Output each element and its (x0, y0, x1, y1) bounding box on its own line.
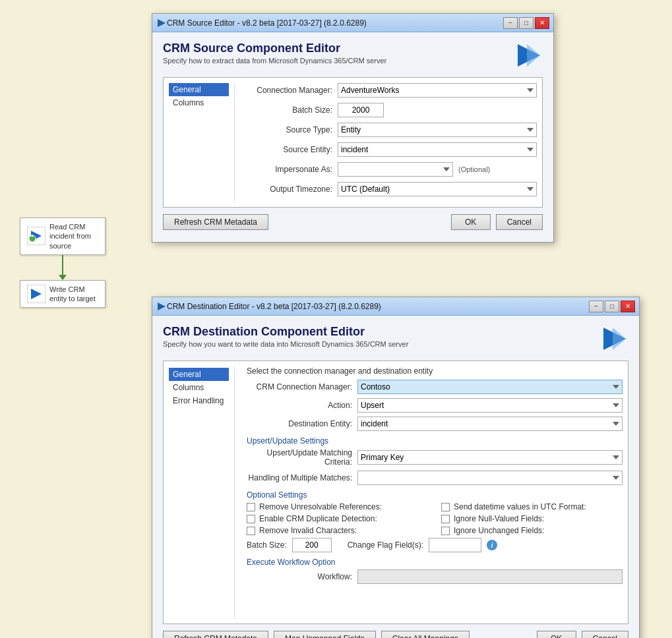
source-nav-general[interactable]: General (169, 83, 229, 96)
dest-action-select[interactable]: Upsert (357, 398, 623, 413)
dest-entity-label: Destination Entity: (247, 419, 352, 428)
dest-remove-invalid-row: Remove Invalid Characters: (247, 526, 428, 535)
dest-window-controls: − □ ✕ (589, 301, 635, 312)
source-batch-row: Batch Size: (247, 103, 537, 117)
dest-workflow-label: Workflow: (247, 572, 352, 581)
dest-conn-mgr-select[interactable]: Contoso (357, 380, 623, 394)
source-batch-label: Batch Size: (247, 105, 332, 115)
source-batch-input[interactable] (338, 103, 384, 117)
dest-remove-unresolvable-checkbox[interactable] (247, 503, 255, 511)
source-editor-title-block: CRM Source Component Editor Specify how … (163, 42, 386, 65)
dest-minimize-button[interactable]: − (589, 301, 603, 312)
dest-execute-workflow-label: Execute Workflow Option (247, 558, 623, 567)
dest-editor-subtitle: Specify how you want to write data into … (163, 340, 408, 348)
source-entity-select[interactable]: incident (338, 142, 537, 157)
flow-box-dest[interactable]: Write CRM entity to target (20, 280, 106, 308)
dest-remove-unresolvable-label: Remove Unresolvable References: (259, 502, 382, 511)
dest-editor-body: General Columns Error Handling Select th… (163, 361, 628, 624)
dest-upsert-section-label: Upsert/Update Settings (247, 436, 623, 446)
dest-conn-mgr-label: CRM Connection Manager: (247, 382, 352, 392)
dest-enable-duplicate-checkbox[interactable] (247, 515, 255, 523)
source-timezone-select[interactable]: UTC (Default) (338, 182, 537, 196)
dest-entity-select[interactable]: incident (357, 417, 623, 431)
flow-arrow-head (59, 275, 67, 280)
dest-map-unmapped-button[interactable]: Map Unmapped Fields (274, 631, 376, 638)
dest-nav-error-handling[interactable]: Error Handling (169, 394, 229, 407)
source-refresh-button[interactable]: Refresh CRM Metadata (163, 214, 268, 230)
dest-left-nav: General Columns Error Handling (169, 366, 235, 618)
source-window-controls: − □ ✕ (503, 17, 549, 29)
flow-arrow-line (62, 255, 63, 275)
dest-clear-all-button[interactable]: Clear All Mappings (381, 631, 470, 638)
dest-maximize-button[interactable]: □ (605, 301, 619, 312)
dest-multiple-matches-select[interactable] (357, 471, 623, 485)
dest-editor-title: CRM Destination Component Editor (163, 325, 408, 339)
source-editor-subtitle: Specify how to extract data from Microso… (163, 57, 386, 65)
dest-batch-row: Batch Size: Change Flag Field(s): i (247, 538, 623, 552)
dest-execute-workflow-section: Execute Workflow Option Workflow: (247, 558, 623, 584)
dest-remove-invalid-checkbox[interactable] (247, 527, 255, 535)
source-conn-mgr-select[interactable]: AdventureWorks (338, 83, 537, 98)
source-titlebar-icon (156, 18, 167, 28)
source-titlebar: CRM Source Editor - v8.2 beta [2017-03-2… (152, 14, 553, 32)
dest-ignore-null-checkbox[interactable] (441, 515, 450, 523)
dest-flag-field-input[interactable] (429, 538, 481, 552)
source-window-content: CRM Source Component Editor Specify how … (152, 32, 553, 242)
source-entity-label: Source Entity: (247, 145, 332, 154)
source-entity-row: Source Entity: incident (247, 142, 537, 157)
dest-flag-label: Change Flag Field(s): (348, 540, 423, 550)
dest-titlebar: CRM Destination Editor - v8.2 beta [2017… (152, 297, 639, 316)
source-minimize-button[interactable]: − (503, 17, 518, 29)
source-close-button[interactable]: ✕ (535, 17, 549, 29)
source-form-area: Connection Manager: AdventureWorks Batch… (241, 83, 537, 202)
dest-cancel-button[interactable]: Cancel (582, 631, 628, 638)
dest-matching-criteria-label: Upsert/Update Matching Criteria: (247, 448, 352, 467)
dest-send-datetime-checkbox[interactable] (441, 503, 450, 511)
source-impersonate-row: Impersonate As: (Optional) (247, 162, 537, 177)
dest-ok-button[interactable]: OK (537, 631, 576, 638)
dest-batch-input[interactable] (292, 538, 332, 552)
dest-nav-general[interactable]: General (169, 368, 229, 381)
dest-send-datetime-row: Send datetime values in UTC Format: (441, 502, 623, 511)
dest-editor-window: CRM Destination Editor - v8.2 beta [2017… (152, 297, 640, 638)
dest-editor-logo (601, 325, 628, 353)
svg-marker-6 (158, 19, 166, 27)
source-impersonate-select[interactable] (338, 162, 453, 177)
dest-editor-header: CRM Destination Component Editor Specify… (163, 325, 628, 353)
dest-entity-row: Destination Entity: incident (247, 417, 623, 431)
flow-source-icon (27, 227, 46, 245)
dest-refresh-button[interactable]: Refresh CRM Metadata (163, 631, 268, 638)
dest-optional-section-label: Optional Settings (247, 490, 623, 500)
source-type-label: Source Type: (247, 125, 332, 134)
dest-matching-criteria-select[interactable]: Primary Key (357, 450, 623, 465)
dest-multiple-matches-row: Handling of Multiple Matches: (247, 471, 623, 485)
source-type-select[interactable]: Entity (338, 123, 537, 137)
dest-matching-criteria-row: Upsert/Update Matching Criteria: Primary… (247, 448, 623, 467)
source-editor-logo (515, 42, 543, 69)
source-maximize-button[interactable]: □ (519, 17, 534, 29)
dest-footer-left: Refresh CRM Metadata Map Unmapped Fields… (163, 631, 470, 638)
dest-close-button[interactable]: ✕ (621, 301, 635, 312)
source-ok-button[interactable]: OK (451, 214, 491, 230)
dest-ignore-unchanged-label: Ignore Unchanged Fields: (454, 526, 544, 535)
dest-footer: Refresh CRM Metadata Map Unmapped Fields… (163, 624, 628, 638)
source-conn-mgr-row: Connection Manager: AdventureWorks (247, 83, 537, 98)
source-nav-columns[interactable]: Columns (169, 96, 229, 109)
source-footer-right: OK Cancel (451, 214, 543, 230)
source-editor-title: CRM Source Component Editor (163, 42, 386, 55)
dest-enable-duplicate-row: Enable CRM Duplicate Detection: (247, 514, 428, 523)
flow-box-source[interactable]: Read CRM incident from source (20, 218, 106, 255)
flow-source-label: Read CRM incident from source (49, 222, 98, 250)
svg-marker-9 (158, 303, 166, 310)
source-impersonate-label: Impersonate As: (247, 165, 332, 174)
dest-window-content: CRM Destination Component Editor Specify… (152, 316, 639, 638)
dest-titlebar-icon (156, 301, 167, 312)
dest-ignore-unchanged-row: Ignore Unchanged Fields: (441, 526, 623, 535)
svg-marker-11 (613, 328, 626, 350)
dest-send-datetime-label: Send datetime values in UTC Format: (454, 502, 586, 511)
dest-workflow-select[interactable] (357, 569, 623, 584)
dest-nav-columns[interactable]: Columns (169, 381, 229, 394)
dest-info-icon[interactable]: i (487, 540, 497, 550)
source-cancel-button[interactable]: Cancel (496, 214, 543, 230)
dest-ignore-unchanged-checkbox[interactable] (441, 527, 450, 535)
